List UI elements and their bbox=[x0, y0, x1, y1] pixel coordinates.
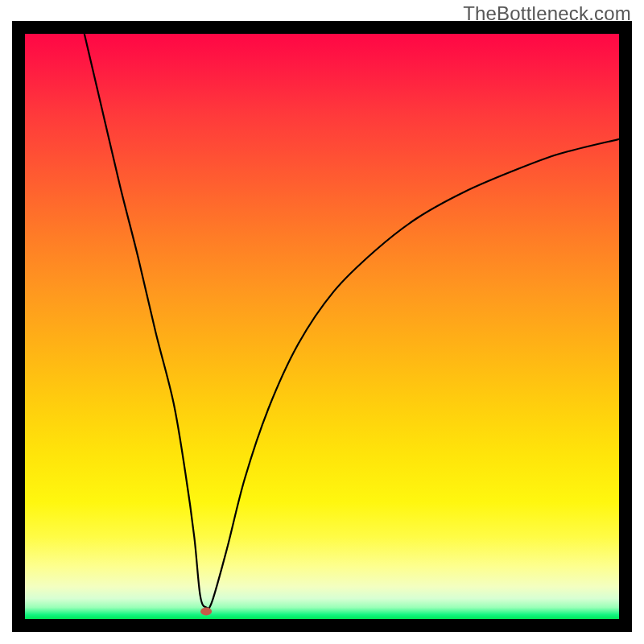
bottleneck-curve bbox=[85, 34, 619, 609]
plot-frame bbox=[12, 21, 632, 632]
plot-svg bbox=[25, 34, 619, 619]
chart-canvas: TheBottleneck.com bbox=[0, 0, 644, 644]
plot-area bbox=[25, 34, 619, 619]
optimal-point-marker bbox=[200, 608, 212, 616]
